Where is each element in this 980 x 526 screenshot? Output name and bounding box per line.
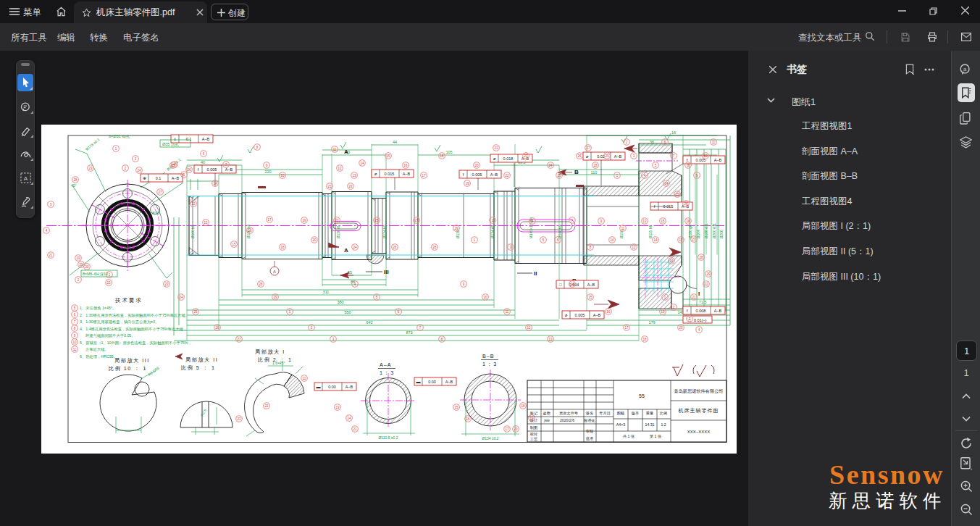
svg-text:0.00: 0.00 <box>428 380 436 384</box>
svg-text:更改文件号: 更改文件号 <box>559 411 578 415</box>
svg-text:A–B: A–B <box>714 309 722 313</box>
svg-text:25: 25 <box>171 164 175 167</box>
svg-text:14: 14 <box>570 283 574 286</box>
svg-text:8°30': 8°30' <box>152 211 160 215</box>
svg-text:青岛新思诺软件有限公司: 青岛新思诺软件有限公司 <box>674 388 723 394</box>
svg-text:局部放大 I: 局部放大 I <box>255 348 285 355</box>
svg-text:28: 28 <box>432 246 437 249</box>
svg-text:20: 20 <box>474 164 479 167</box>
svg-text:5: 5 <box>655 164 657 167</box>
svg-text:7: 7 <box>571 219 574 222</box>
svg-text:A4×3: A4×3 <box>616 422 625 427</box>
svg-text:13: 13 <box>204 221 208 225</box>
svg-text:15: 15 <box>232 243 236 246</box>
svg-text:jsw: jsw <box>543 418 550 422</box>
svg-text:局部放大 III: 局部放大 III <box>114 357 150 364</box>
svg-text:Ø100 h5: Ø100 h5 <box>190 225 195 238</box>
svg-text:28: 28 <box>73 178 78 182</box>
svg-text:⌀: ⌀ <box>374 172 377 176</box>
svg-text:机床主轴零件图: 机床主轴零件图 <box>679 407 719 414</box>
svg-text:局部放大 II: 局部放大 II <box>185 356 218 363</box>
svg-text:0.005: 0.005 <box>207 167 217 172</box>
svg-text:A–B: A–B <box>202 137 210 141</box>
svg-text:22: 22 <box>335 219 339 222</box>
svg-text:2: 2 <box>626 141 628 144</box>
svg-text:3: 3 <box>135 157 137 161</box>
svg-text:25: 25 <box>374 219 379 222</box>
svg-text:A: A <box>344 149 348 155</box>
svg-text:17: 17 <box>624 326 629 330</box>
svg-text:I: I <box>698 291 700 297</box>
svg-text:12: 12 <box>527 326 531 330</box>
svg-text:a: a <box>963 66 967 72</box>
svg-text:10: 10 <box>610 238 614 242</box>
svg-text:7: 7 <box>673 154 675 158</box>
svg-text:16: 16 <box>248 229 252 233</box>
svg-text:0.005: 0.005 <box>575 313 585 317</box>
svg-text:105: 105 <box>445 150 452 154</box>
svg-text:11: 11 <box>73 348 77 351</box>
svg-text:1: 1 <box>474 238 476 242</box>
svg-text:9: 9 <box>696 174 698 178</box>
svg-text:24: 24 <box>137 169 141 172</box>
svg-text:27: 27 <box>692 238 696 241</box>
svg-text:0.015: 0.015 <box>385 172 395 176</box>
svg-text:0.01(–): 0.01(–) <box>694 318 707 322</box>
svg-text:第 1 张: 第 1 张 <box>649 434 662 439</box>
svg-text:Ø134 ±0.2: Ø134 ±0.2 <box>482 436 499 441</box>
svg-text:45°: 45° <box>71 183 77 188</box>
svg-text:15: 15 <box>386 154 390 158</box>
svg-text:12: 12 <box>191 202 196 206</box>
svg-text:9: 9 <box>74 334 76 338</box>
svg-text:B: B <box>574 169 579 175</box>
svg-text:Ø206: Ø206 <box>719 230 724 238</box>
svg-text:24: 24 <box>664 182 669 185</box>
svg-text:A–B: A–B <box>403 172 411 176</box>
svg-text:25: 25 <box>557 174 561 178</box>
svg-text:A–B: A–B <box>490 172 498 177</box>
svg-text:16: 16 <box>466 417 470 421</box>
svg-text:5: 5 <box>74 306 76 310</box>
svg-text:110: 110 <box>591 170 598 175</box>
svg-text:27: 27 <box>158 191 162 194</box>
svg-text:21: 21 <box>49 254 53 257</box>
svg-text:B–B: B–B <box>482 353 495 359</box>
svg-text:22: 22 <box>505 174 509 178</box>
svg-text:36: 36 <box>650 140 654 144</box>
svg-text:A–B: A–B <box>614 154 622 159</box>
svg-text:3: 3 <box>633 154 635 158</box>
svg-text:6、热处理，HRC55。: 6、热处理，HRC55。 <box>80 354 117 359</box>
svg-text:10: 10 <box>703 154 708 158</box>
svg-text:21: 21 <box>327 185 332 188</box>
svg-text:18: 18 <box>686 220 690 223</box>
svg-text:24: 24 <box>353 246 357 249</box>
svg-text:29: 29 <box>706 272 711 276</box>
svg-text:7: 7 <box>419 326 422 330</box>
svg-text:比例: 比例 <box>660 411 667 416</box>
svg-text:4、1:4锥孔用涂色法检查，实际接触面积不小于75%靠近大端: 4、1:4锥孔用涂色法检查，实际接触面积不小于75%靠近大端， <box>80 327 187 332</box>
svg-text:23: 23 <box>524 154 528 158</box>
svg-text:图幅: 图幅 <box>617 411 624 416</box>
svg-text:▬: ▬ <box>317 385 321 389</box>
svg-text:17: 17 <box>505 427 509 431</box>
svg-text:R2.5: R2.5 <box>200 408 208 417</box>
svg-text:20: 20 <box>312 238 317 242</box>
svg-text:17: 17 <box>422 174 426 178</box>
svg-text:7: 7 <box>74 320 76 324</box>
svg-text:27: 27 <box>237 338 241 341</box>
svg-text:A–B: A–B <box>172 176 180 180</box>
svg-text:29: 29 <box>79 263 83 267</box>
svg-text:14: 14 <box>360 162 364 165</box>
svg-text:19: 19 <box>465 182 469 185</box>
svg-text:审核: 审核 <box>586 429 594 433</box>
svg-text:2: 2 <box>492 219 494 222</box>
svg-text:⌀: ⌀ <box>493 156 496 161</box>
svg-text:13: 13 <box>642 220 647 223</box>
svg-text:A–B: A–B <box>225 167 233 172</box>
svg-text:18: 18 <box>642 338 647 341</box>
svg-text:正靠近大端。: 正靠近大端。 <box>85 347 109 351</box>
svg-text:21: 21 <box>353 427 357 431</box>
svg-text:8: 8 <box>74 327 76 330</box>
svg-text:22: 22 <box>264 404 269 408</box>
svg-text:3、1:30锥孔用塞规检查，轴向位置公差为±3。: 3、1:30锥孔用塞规检查，轴向位置公差为±3。 <box>80 320 159 325</box>
